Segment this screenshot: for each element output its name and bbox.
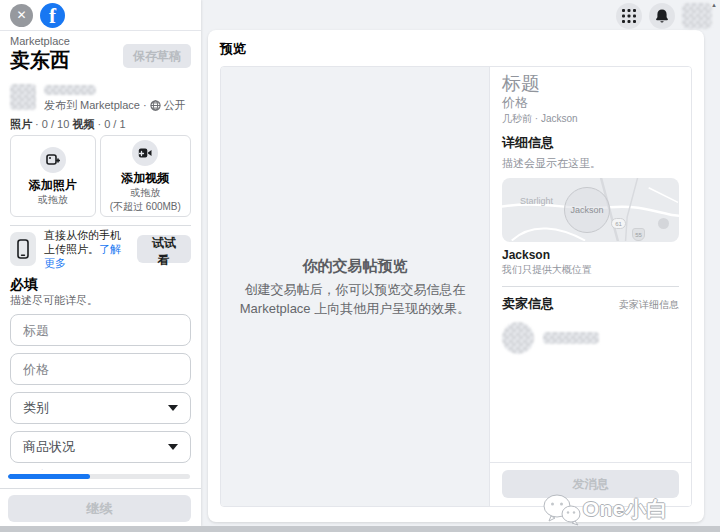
publish-visibility: 发布到 Marketplace · 公开 [44, 98, 186, 113]
add-photo-icon [40, 147, 66, 173]
add-video-subtitle: 或拖放 [130, 187, 160, 199]
watermark: One小白 [541, 492, 668, 526]
user-name-redacted [44, 85, 96, 95]
route-shield-55: 55 [632, 228, 645, 241]
privacy-label: 公开 [164, 98, 186, 113]
facebook-logo-icon[interactable]: f [40, 3, 65, 28]
location-note: 我们只提供大概位置 [502, 263, 679, 276]
sidebar-scroll-area[interactable]: Marketplace 卖东西 保存草稿 发布到 Marketplace · 公… [0, 31, 201, 470]
sidebar-topbar: ✕ f [0, 0, 201, 31]
mobile-upload-hint: 直接从你的手机上传照片。了解更多 试试看 [10, 232, 191, 266]
header-avatar[interactable] [682, 3, 712, 29]
chevron-down-icon [168, 405, 178, 411]
add-photo-tile[interactable]: 添加照片 或拖放 [10, 135, 96, 217]
apps-menu-icon[interactable] [616, 3, 642, 29]
sidebar-footer: 继续 [0, 488, 201, 526]
media-counts: 照片 · 0 / 10 视频 · 0 / 1 [10, 118, 191, 131]
add-photo-title: 添加照片 [29, 178, 77, 192]
seller-section-header: 卖家信息 卖家详细信息 [502, 295, 679, 313]
seller-heading: 卖家信息 [502, 295, 554, 313]
continue-button[interactable]: 继续 [8, 495, 191, 522]
location-name: Jackson [502, 248, 679, 262]
user-info: 发布到 Marketplace · 公开 [44, 84, 186, 110]
completion-progress-fill [8, 474, 90, 479]
bottom-strip [0, 526, 720, 532]
photos-count: · 0 / 10 [35, 118, 69, 130]
wechat-icon [541, 492, 581, 526]
preview-card: 预览 你的交易帖预览 创建交易帖后，你可以预览交易信息在 Marketplace… [208, 30, 704, 522]
details-placeholder: 描述会显示在这里。 [502, 157, 679, 170]
listing-detail-pane: 标题 价格 几秒前 · Jackson 详细信息 描述会显示在这里。 Starl… [489, 67, 691, 506]
notifications-bell-icon[interactable] [649, 3, 675, 29]
photos-label: 照片 [10, 118, 32, 130]
location-map: Starlight Jackson 61 55 [502, 178, 679, 242]
seller-details-link[interactable]: 卖家详细信息 [619, 298, 679, 312]
title-input[interactable] [11, 315, 190, 345]
add-video-icon [132, 140, 158, 166]
preview-empty-pane: 你的交易帖预览 创建交易帖后，你可以预览交易信息在 Marketplace 上向… [221, 67, 489, 506]
user-row: 发布到 Marketplace · 公开 [10, 84, 191, 110]
category-select[interactable]: 类别 [10, 392, 191, 424]
price-field-wrap [10, 353, 191, 385]
save-draft-button[interactable]: 保存草稿 [123, 44, 191, 68]
seller-name-redacted [543, 332, 599, 344]
media-upload-tiles: 添加照片 或拖放 添加视频 或拖放 (不超过 600MB) [10, 135, 191, 217]
videos-label: 视频 [72, 118, 94, 130]
category-label: 类别 [23, 399, 49, 417]
map-marker-dot [658, 218, 669, 229]
condition-label: 商品状况 [23, 438, 75, 456]
seller-avatar [502, 322, 534, 354]
divider [10, 225, 191, 226]
add-video-limit: (不超过 600MB) [110, 201, 181, 213]
create-listing-sidebar: ✕ f Marketplace 卖东西 保存草稿 发布到 Marketplace… [0, 0, 201, 526]
title-field-wrap [10, 314, 191, 346]
preview-panel-label: 预览 [220, 40, 692, 58]
close-icon[interactable]: ✕ [10, 4, 33, 27]
user-avatar [10, 84, 36, 110]
required-section-subtitle: 描述尽可能详尽。 [10, 294, 191, 307]
price-input[interactable] [11, 354, 190, 384]
details-heading: 详细信息 [502, 135, 679, 151]
preview-empty-description: 创建交易帖后，你可以预览交易信息在 Marketplace 上向其他用户呈现的效… [237, 280, 473, 318]
hint-text: 直接从你的手机上传照片。了解更多 [44, 228, 129, 270]
phone-icon [10, 232, 36, 266]
seller-identity [502, 322, 679, 354]
divider [502, 286, 679, 287]
globe-icon [150, 100, 161, 111]
more-details-heading: 更多详情 [10, 468, 191, 470]
map-town-label: Starlight [520, 196, 553, 206]
chevron-down-icon [168, 444, 178, 450]
watermark-text: One小白 [583, 495, 668, 523]
condition-select[interactable]: 商品状况 [10, 431, 191, 463]
header-icons [616, 3, 712, 29]
preview-empty-title: 你的交易帖预览 [303, 256, 408, 276]
videos-count: · 0 / 1 [97, 118, 125, 130]
route-shield-61: 61 [611, 218, 626, 229]
try-it-button[interactable]: 试试看 [137, 235, 191, 263]
preview-frame: 你的交易帖预览 创建交易帖后，你可以预览交易信息在 Marketplace 上向… [220, 66, 692, 507]
add-photo-subtitle: 或拖放 [38, 194, 68, 206]
map-radius-circle: Jackson [564, 187, 610, 233]
required-section-title: 必填 [10, 276, 191, 293]
listing-meta: 几秒前 · Jackson [502, 112, 679, 125]
map-city-label: Jackson [570, 205, 603, 215]
publish-prefix: 发布到 Marketplace · [44, 98, 147, 113]
listing-price-placeholder: 价格 [502, 95, 679, 111]
add-video-tile[interactable]: 添加视频 或拖放 (不超过 600MB) [100, 135, 191, 217]
add-video-title: 添加视频 [121, 171, 169, 185]
completion-progress-bar [8, 474, 190, 479]
listing-title-placeholder: 标题 [502, 73, 679, 95]
